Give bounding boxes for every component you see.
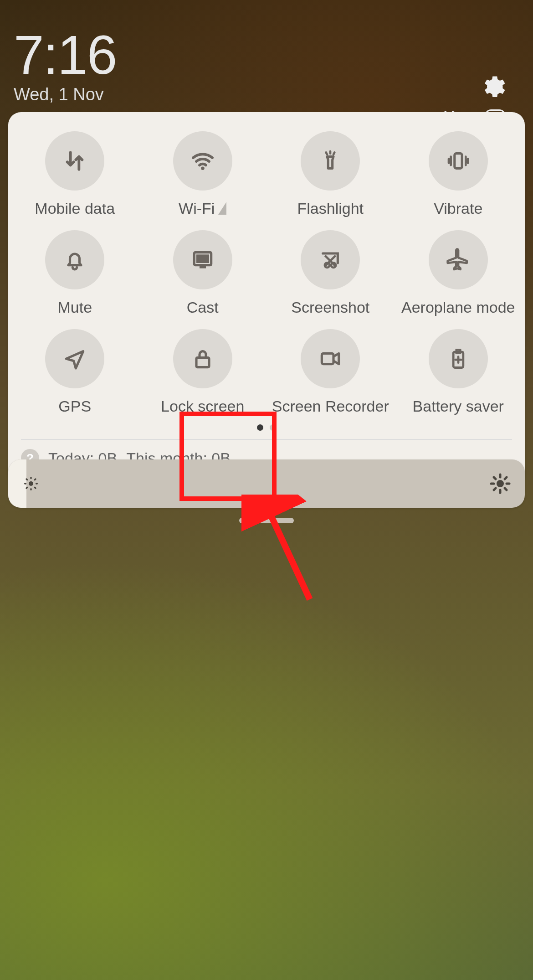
clock-time: 7:16 (14, 27, 519, 82)
tile-label: Cast (187, 299, 219, 316)
gear-icon (478, 73, 506, 100)
video-camera-icon (317, 346, 343, 371)
lock-icon (190, 346, 215, 371)
svg-rect-12 (196, 358, 209, 367)
brightness-high-icon (489, 473, 511, 495)
wifi-signal-icon (218, 202, 226, 215)
page-indicator[interactable] (11, 421, 522, 439)
tile-label: Wi-Fi (179, 200, 226, 217)
svg-line-22 (35, 487, 36, 488)
svg-rect-6 (455, 154, 462, 169)
cast-icon (190, 247, 215, 273)
svg-line-30 (494, 477, 496, 479)
svg-line-33 (505, 477, 507, 479)
tile-screen-recorder[interactable]: Screen Recorder (266, 322, 395, 421)
settings-button[interactable] (478, 73, 506, 100)
tile-label: Lock screen (161, 397, 244, 415)
svg-point-16 (29, 481, 33, 486)
svg-line-23 (26, 487, 27, 488)
brightness-low-icon (22, 475, 40, 493)
svg-point-25 (497, 480, 504, 487)
location-icon (62, 346, 87, 371)
battery-plus-icon (446, 346, 470, 371)
panel-handle[interactable] (239, 518, 294, 523)
tile-wifi[interactable]: Wi-Fi (139, 124, 267, 223)
svg-rect-8 (196, 254, 209, 263)
vibrate-icon (444, 148, 472, 174)
svg-line-32 (494, 488, 496, 490)
svg-rect-9 (200, 266, 206, 268)
bell-icon (62, 247, 87, 273)
tile-lock-screen[interactable]: Lock screen (139, 322, 267, 421)
tile-label: Screenshot (291, 299, 369, 316)
tile-label: Vibrate (434, 200, 482, 217)
svg-line-31 (505, 488, 507, 490)
flashlight-icon (318, 148, 343, 174)
tile-battery-saver[interactable]: Battery saver (395, 322, 523, 421)
brightness-slider[interactable] (8, 459, 525, 508)
tile-flashlight[interactable]: Flashlight (266, 124, 395, 223)
page-dot-1 (257, 424, 263, 431)
page-dot-2 (270, 424, 276, 431)
svg-line-24 (35, 479, 36, 480)
svg-rect-13 (322, 353, 334, 364)
tile-mute[interactable]: Mute (11, 223, 139, 322)
tile-cast[interactable]: Cast (139, 223, 267, 322)
tile-label: GPS (58, 397, 91, 415)
quick-settings-panel: Mobile data Wi-Fi Flashlight Vibrate Mut… (8, 112, 525, 484)
tile-gps[interactable]: GPS (11, 322, 139, 421)
tile-screenshot[interactable]: Screenshot (266, 223, 395, 322)
status-bar: 7:16 Wed, 1 Nov 70 (14, 27, 519, 104)
tile-aeroplane-mode[interactable]: Aeroplane mode (395, 223, 523, 322)
tile-label: Mute (57, 299, 92, 316)
tile-label: Screen Recorder (272, 397, 389, 415)
svg-point-5 (201, 167, 204, 170)
screenshot-icon (318, 247, 343, 273)
svg-line-21 (26, 479, 27, 480)
tile-vibrate[interactable]: Vibrate (395, 124, 523, 223)
clock-date: Wed, 1 Nov (14, 85, 519, 104)
tile-label: Aeroplane mode (401, 299, 515, 316)
wifi-icon (190, 148, 215, 174)
tile-mobile-data[interactable]: Mobile data (11, 124, 139, 223)
tile-label: Flashlight (297, 200, 364, 217)
tile-label: Battery saver (413, 397, 504, 415)
airplane-icon (446, 247, 471, 273)
mobile-data-icon (62, 148, 87, 174)
tile-label: Mobile data (35, 200, 115, 217)
